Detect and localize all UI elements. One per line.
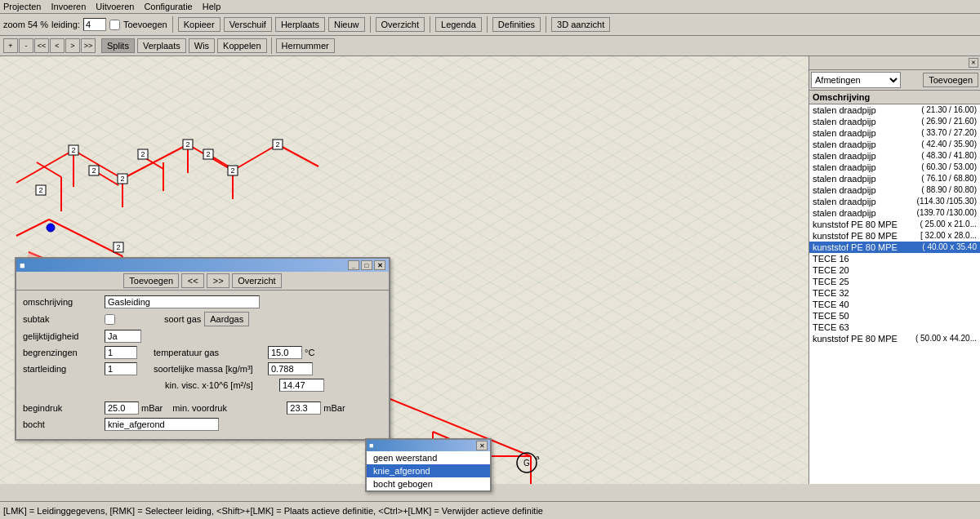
startleiding-row: startleiding soortelijke massa [kg/m³] — [23, 362, 382, 375]
right-panel-add-btn[interactable]: Toevoegen — [923, 73, 978, 87]
dropdown-item-geen[interactable]: geen weerstand — [367, 451, 490, 464]
gelijktijdigheid-row: gelijktijdigheid — [23, 330, 382, 343]
menu-configuratie[interactable]: Configuratie — [144, 2, 192, 11]
right-panel-item[interactable]: kunststof PE 80 MPE( 25.00 x 21.0... — [809, 219, 980, 230]
dialog1-overzicht-btn[interactable]: Overzicht — [232, 273, 281, 288]
herplaats-button[interactable]: Herplaats — [275, 17, 325, 32]
temperatuur-gas-label: temperatuur gas — [154, 348, 268, 357]
gelijktijdigheid-input[interactable] — [105, 330, 141, 343]
dialog1-title-icon: ■ — [20, 260, 25, 270]
panel-close-btn[interactable]: ✕ — [969, 58, 978, 68]
subtak-checkbox[interactable] — [105, 314, 115, 325]
startleiding-label: startleiding — [23, 364, 105, 374]
right-panel-item[interactable]: stalen draadpijp( 60.30 / 53.00) — [809, 162, 980, 173]
svg-text:2: 2 — [185, 140, 189, 149]
dialog1-toevoegen-btn[interactable]: Toevoegen — [123, 273, 179, 288]
temperatuur-gas-input[interactable] — [268, 346, 302, 359]
right-panel-item[interactable]: stalen draadpijp( 26.90 / 21.60) — [809, 116, 980, 127]
right-panel-list[interactable]: stalen draadpijp( 21.30 / 16.00)stalen d… — [809, 104, 980, 484]
dialog1-min-btn[interactable]: _ — [348, 260, 359, 270]
kin-visc-row: kin. visc. x·10^6 [m²/s] — [23, 379, 382, 392]
right-panel-item[interactable]: kunststof PE 80 MPE( 40.00 x 35.40 — [809, 242, 980, 253]
dialog2: ■ ✕ geen weerstand knie_afgerond bocht g… — [365, 438, 492, 492]
menubar: Projecten Invoeren Uitvoeren Configurati… — [0, 0, 980, 14]
dialog1-content: omschrijving subtak soort gas Aardgas ge… — [16, 291, 389, 439]
startleiding-input[interactable] — [105, 362, 137, 375]
svg-text:2: 2 — [275, 140, 279, 149]
right-panel-item[interactable]: TECE 16 — [809, 253, 980, 264]
right-panel-item[interactable]: stalen draadpijp( 76.10 / 68.80) — [809, 173, 980, 184]
right-panel-item[interactable]: stalen draadpijp( 48.30 / 41.80) — [809, 150, 980, 162]
splits-button[interactable]: Splits — [101, 38, 135, 53]
min-voordruk-input[interactable] — [287, 401, 321, 415]
subtak-label: subtak — [23, 314, 105, 324]
bocht-label: bocht — [23, 419, 105, 429]
d3-button[interactable]: 3D aanzicht — [551, 17, 610, 32]
wis-button[interactable]: Wis — [189, 38, 215, 53]
toevoegen-label: Toevoegen — [123, 20, 167, 29]
toolbar-row1: zoom 54 % leiding: Toevoegen Kopieer Ver… — [0, 14, 980, 36]
right-panel-item[interactable]: kunststof PE 80 MPE( 50.00 x 44.20... — [809, 333, 980, 344]
omschrijving-input[interactable] — [105, 295, 260, 308]
begindruk-input[interactable] — [105, 401, 139, 415]
dialog1-titlebar[interactable]: ■ _ □ ✕ — [16, 259, 389, 272]
nav-back2[interactable]: << — [34, 38, 49, 53]
soortelijke-massa-input[interactable] — [268, 362, 313, 375]
nav-fwd2[interactable]: >> — [81, 38, 96, 53]
right-panel-item[interactable]: stalen draadpijp( 33.70 / 27.20) — [809, 127, 980, 139]
overzicht-button[interactable]: Overzicht — [376, 17, 425, 32]
dialog1-titlebar-buttons: _ □ ✕ — [348, 260, 385, 270]
dropdown-item-knie[interactable]: knie_afgerond — [367, 464, 490, 477]
separator2 — [370, 16, 371, 33]
afmetingen-select[interactable]: Afmetingen — [811, 72, 901, 88]
dialog1-back-btn[interactable]: << — [181, 273, 204, 288]
menu-projecten[interactable]: Projecten — [3, 2, 41, 11]
bocht-input[interactable] — [105, 418, 219, 431]
verschuif-button[interactable]: Verschuif — [224, 17, 272, 32]
nav-minus[interactable]: - — [19, 38, 33, 53]
right-panel-item[interactable]: TECE 20 — [809, 264, 980, 276]
aardgas-btn[interactable]: Aardgas — [204, 312, 249, 326]
menu-uitvoeren[interactable]: Uitvoeren — [96, 2, 134, 11]
begrenzingen-row: begrenzingen temperatuur gas °C — [23, 346, 382, 359]
svg-text:2: 2 — [38, 186, 42, 194]
right-panel-item[interactable]: TECE 50 — [809, 310, 980, 322]
toevoegen-checkbox[interactable] — [109, 20, 120, 30]
right-panel-item[interactable]: TECE 32 — [809, 287, 980, 299]
hernummer-button[interactable]: Hernummer — [276, 38, 335, 53]
dialog1-close-btn[interactable]: ✕ — [374, 260, 385, 270]
dropdown-item-bocht[interactable]: bocht gebogen — [367, 477, 490, 490]
nav-plus[interactable]: + — [3, 38, 18, 53]
dialog2-close-btn[interactable]: ✕ — [476, 441, 488, 450]
dialog1-fwd-btn[interactable]: >> — [207, 273, 229, 288]
begrenzingen-input[interactable] — [105, 346, 137, 359]
right-panel-item[interactable]: stalen draadpijp( 42.40 / 35.90) — [809, 139, 980, 150]
leiding-input[interactable] — [83, 18, 106, 31]
right-panel-item[interactable]: TECE 25 — [809, 276, 980, 287]
kopieer-button[interactable]: Kopieer — [178, 17, 220, 32]
right-panel-item[interactable]: stalen draadpijp( 21.30 / 16.00) — [809, 104, 980, 116]
right-panel-item[interactable]: stalen draadpijp(114.30 /105.30) — [809, 196, 980, 207]
nav-fwd1[interactable]: > — [65, 38, 80, 53]
active-node — [47, 224, 55, 232]
nieuw-button[interactable]: Nieuw — [328, 17, 365, 32]
svg-text:2: 2 — [206, 150, 210, 158]
menu-invoeren[interactable]: Invoeren — [51, 2, 86, 11]
nav-back1[interactable]: < — [50, 38, 65, 53]
right-panel-item[interactable]: stalen draadpijp( 88.90 / 80.80) — [809, 184, 980, 196]
right-panel-item[interactable]: TECE 40 — [809, 299, 980, 310]
dialog2-titlebar[interactable]: ■ ✕ — [367, 440, 490, 451]
right-panel-item[interactable]: TECE 63 — [809, 322, 980, 333]
right-panel-item[interactable]: kunststof PE 80 MPE[ 32.00 x 28.0... — [809, 230, 980, 242]
dialog1-max-btn[interactable]: □ — [361, 260, 372, 270]
definities-button[interactable]: Definities — [492, 17, 541, 32]
verplaats-button[interactable]: Verplaats — [137, 38, 186, 53]
koppelen-button[interactable]: Koppelen — [217, 38, 267, 53]
kin-visc-label: kin. visc. x·10^6 [m²/s] — [165, 380, 279, 390]
begindruk-label: begindruk — [23, 403, 105, 413]
kin-visc-input[interactable] — [279, 379, 324, 392]
right-panel-item[interactable]: stalen draadpijp(139.70 /130.00) — [809, 207, 980, 219]
menu-help[interactable]: Help — [203, 2, 221, 11]
legenda-button[interactable]: Legenda — [435, 17, 482, 32]
temperatuur-unit: °C — [305, 348, 314, 357]
